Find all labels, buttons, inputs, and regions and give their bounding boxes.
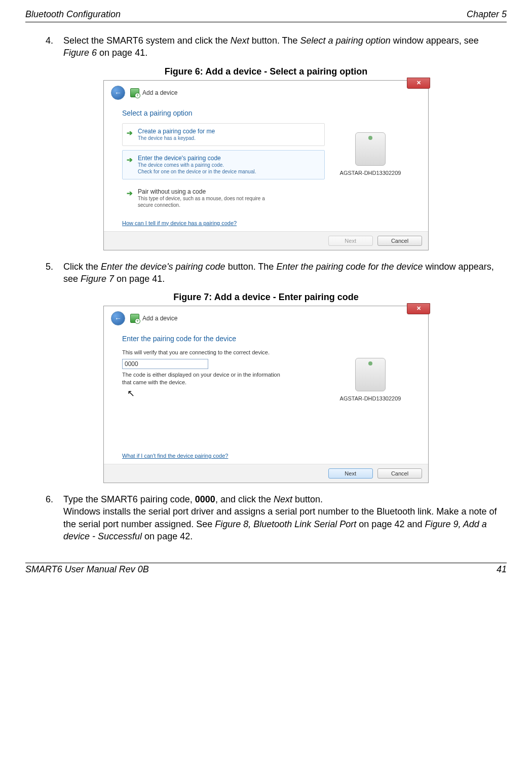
add-device-icon	[130, 88, 139, 97]
step-6: 6. Type the SMART6 pairing code, 0000, a…	[46, 493, 502, 542]
option-no-code[interactable]: ➔ Pair without using a code This type of…	[122, 184, 325, 213]
device-name-label: AGSTAR-DHD13302209	[325, 395, 416, 401]
next-button[interactable]: Next	[328, 468, 373, 479]
pairing-code-input[interactable]: 0000	[122, 359, 208, 369]
close-button[interactable]: ✕	[407, 303, 430, 314]
step-5: 5. Click the Enter the device's pairing …	[46, 261, 502, 285]
option-subtitle: The device has a keypad.	[138, 135, 319, 141]
step-4: 4. Select the SMART6 system and click th…	[46, 34, 502, 59]
help-link[interactable]: How can I tell if my device has a pairin…	[122, 220, 237, 226]
back-arrow-icon: ←	[115, 314, 122, 322]
dialog-heading: Enter the pairing code for the device	[122, 335, 416, 343]
header-rule	[25, 22, 507, 22]
step-4-number: 4.	[46, 34, 61, 47]
footer-left: SMART6 User Manual Rev 0B	[25, 564, 149, 575]
cursor-icon: ↖	[127, 388, 135, 399]
arrow-icon: ➔	[127, 156, 133, 164]
device-icon	[355, 358, 386, 391]
dialog-title: Add a device	[142, 315, 177, 322]
back-arrow-icon: ←	[115, 89, 122, 97]
device-icon	[355, 132, 386, 166]
dialog-title: Add a device	[142, 89, 177, 96]
option-subtitle: This type of device, such as a mouse, do…	[138, 195, 319, 208]
step-6-number: 6.	[46, 493, 61, 505]
option-enter-code[interactable]: ➔ Enter the device's pairing code The de…	[122, 150, 325, 179]
header-right: Chapter 5	[467, 9, 507, 20]
option-title: Enter the device's pairing code	[138, 155, 319, 162]
figure-6-caption: Figure 6: Add a device - Select a pairin…	[25, 66, 507, 77]
figure-7-dialog: ✕ ← Add a device Enter the pairing code …	[103, 306, 429, 483]
step-5-number: 5.	[46, 261, 61, 273]
add-device-icon	[130, 314, 139, 323]
figure-7-caption: Figure 7: Add a device - Enter pairing c…	[25, 292, 507, 303]
close-icon: ✕	[416, 78, 421, 87]
code-note: The code is either displayed on your dev…	[122, 371, 289, 386]
back-button[interactable]: ←	[111, 311, 125, 325]
close-icon: ✕	[416, 304, 421, 313]
footer-right: 41	[497, 564, 507, 575]
cancel-button[interactable]: Cancel	[377, 236, 422, 246]
option-create-code[interactable]: ➔ Create a pairing code for me The devic…	[122, 123, 325, 146]
option-subtitle: The device comes with a pairing code.Che…	[138, 162, 319, 175]
step-5-text: Click the Enter the device's pairing cod…	[63, 261, 499, 285]
step-4-text: Select the SMART6 system and click the N…	[63, 34, 499, 59]
help-link[interactable]: What if I can't find the device pairing …	[122, 453, 228, 459]
device-name-label: AGSTAR-DHD13302209	[325, 170, 416, 176]
header-left: Bluetooth Configuration	[25, 9, 121, 20]
close-button[interactable]: ✕	[407, 78, 430, 89]
next-button[interactable]: Next	[328, 236, 373, 246]
dialog-heading: Select a pairing option	[122, 109, 416, 117]
arrow-icon: ➔	[127, 129, 133, 137]
back-button[interactable]: ←	[111, 86, 125, 100]
verify-text: This will verify that you are connecting…	[122, 349, 325, 356]
figure-6-dialog: ✕ ← Add a device Select a pairing option…	[103, 80, 429, 250]
option-title: Pair without using a code	[138, 188, 319, 195]
step-6-text: Type the SMART6 pairing code, 0000, and …	[63, 493, 499, 542]
cancel-button[interactable]: Cancel	[377, 468, 422, 479]
arrow-icon: ➔	[127, 189, 133, 197]
option-title: Create a pairing code for me	[138, 128, 319, 135]
